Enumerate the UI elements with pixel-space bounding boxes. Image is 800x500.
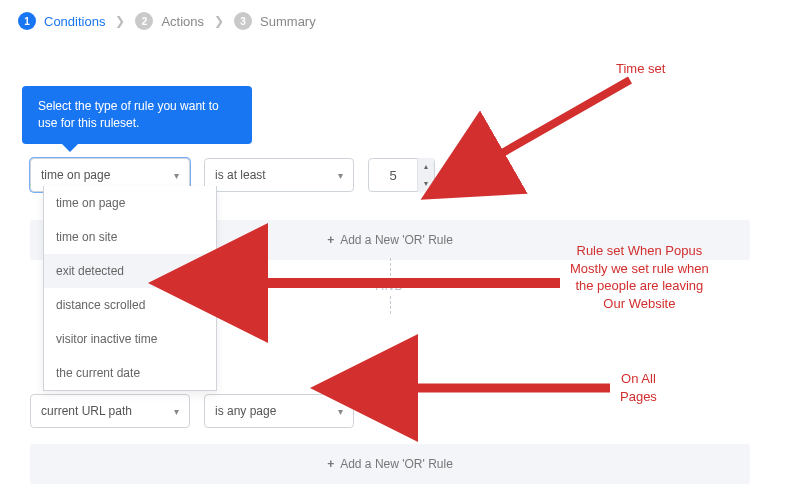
select-value: current URL path: [41, 404, 132, 418]
select-value: is at least: [215, 168, 266, 182]
step-label: Conditions: [44, 14, 105, 29]
unit-label: sec.: [457, 168, 479, 182]
step-label: Actions: [161, 14, 204, 29]
option-time-on-site[interactable]: time on site: [44, 220, 216, 254]
step-label: Summary: [260, 14, 316, 29]
add-or-rule-button-2[interactable]: + Add a New 'OR' Rule: [30, 444, 750, 484]
rule-row-url: current URL path ▾ is any page ▾: [30, 388, 800, 434]
add-or-label: Add a New 'OR' Rule: [340, 233, 453, 247]
chevron-down-icon: ▾: [174, 170, 179, 181]
step-number: 2: [135, 12, 153, 30]
url-rule-type-select[interactable]: current URL path ▾: [30, 394, 190, 428]
option-time-on-page[interactable]: time on page: [44, 186, 216, 220]
step-actions[interactable]: 2 Actions: [135, 12, 204, 30]
seconds-input[interactable]: [369, 168, 417, 183]
add-or-label: Add a New 'OR' Rule: [340, 457, 453, 471]
chevron-down-icon: ▾: [174, 406, 179, 417]
option-label: exit detected: [56, 264, 124, 278]
plus-icon: +: [327, 233, 334, 247]
rules-area: time on page ▾ is at least ▾ ▴ ▾ sec. ti…: [0, 152, 800, 484]
svg-line-0: [490, 80, 630, 160]
option-distance-scrolled[interactable]: distance scrolled: [44, 288, 216, 322]
chevron-right-icon: ❯: [210, 14, 228, 28]
select-value: is any page: [215, 404, 276, 418]
step-number: 3: [234, 12, 252, 30]
operator-select[interactable]: is at least ▾: [204, 158, 354, 192]
step-number: 1: [18, 12, 36, 30]
url-operator-select[interactable]: is any page ▾: [204, 394, 354, 428]
chevron-right-icon: ❯: [111, 14, 129, 28]
step-summary[interactable]: 3 Summary: [234, 12, 316, 30]
annotation-time-set: Time set: [616, 60, 665, 78]
step-conditions[interactable]: 1 Conditions: [18, 12, 105, 30]
annotation-rule-set: Rule set When Popus Mostly we set rule w…: [570, 242, 709, 312]
chevron-down-icon: ▾: [338, 170, 343, 181]
spin-up-button[interactable]: ▴: [418, 158, 434, 175]
cursor-icon: ↖: [195, 265, 204, 278]
spin-down-button[interactable]: ▾: [418, 175, 434, 192]
option-visitor-inactive[interactable]: visitor inactive time: [44, 322, 216, 356]
select-value: time on page: [41, 168, 110, 182]
annotation-on-all: On All Pages: [620, 370, 657, 405]
wizard-stepper: 1 Conditions ❯ 2 Actions ❯ 3 Summary: [0, 0, 800, 42]
option-exit-detected[interactable]: exit detected ↖: [44, 254, 216, 288]
instruction-tooltip: Select the type of rule you want to use …: [22, 86, 252, 144]
seconds-input-wrapper: ▴ ▾: [368, 158, 435, 192]
chevron-down-icon: ▾: [338, 406, 343, 417]
option-current-date[interactable]: the current date: [44, 356, 216, 390]
and-label: AND: [376, 279, 404, 293]
plus-icon: +: [327, 457, 334, 471]
number-spinner: ▴ ▾: [417, 158, 434, 192]
rule-type-dropdown: time on page time on site exit detected …: [43, 186, 217, 391]
